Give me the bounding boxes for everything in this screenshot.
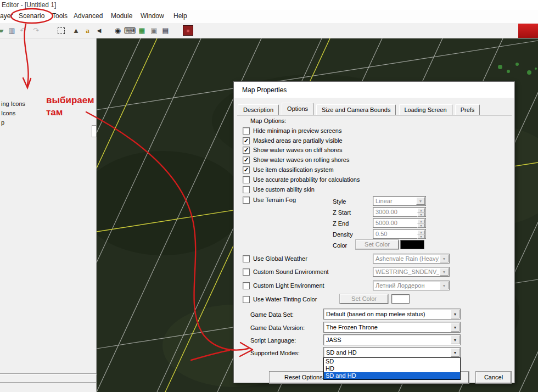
checkbox-row: Use Water Tinting Color — [243, 295, 317, 303]
fog-style-label: Style — [333, 198, 346, 205]
chevron-down-icon: ▼ — [451, 323, 459, 332]
doodad-icon[interactable]: ◉ — [113, 25, 123, 36]
copy-icon[interactable]: ▥ — [7, 25, 17, 36]
game-data-set-label: Game Data Set: — [250, 311, 294, 318]
redo-icon[interactable]: ↷ — [31, 25, 41, 36]
menu-tools[interactable]: Tools — [52, 12, 68, 20]
spinner-buttons[interactable]: ▲▼ — [417, 208, 425, 216]
game-data-version-select[interactable]: The Frozen Throne ▼ — [323, 322, 461, 333]
chevron-down-icon: ▼ — [440, 255, 449, 262]
select-marquee-icon[interactable] — [56, 25, 66, 36]
window-title: Editor - [Untitled 1] — [2, 1, 56, 9]
checkbox[interactable]: ✓ — [243, 166, 250, 173]
tab-size-camera[interactable]: Size and Camera Bounds — [316, 104, 396, 115]
cancel-button[interactable]: Cancel — [476, 372, 511, 383]
keyboard-icon[interactable]: ⌨ — [125, 25, 135, 36]
annotation-text: выбираем там — [46, 94, 94, 119]
tab-options[interactable]: Options — [282, 103, 313, 115]
checkbox[interactable] — [243, 296, 250, 303]
grid-icon[interactable]: ▦ — [137, 25, 147, 36]
unit-icon[interactable]: ▣ — [149, 25, 159, 36]
test-map-icon[interactable]: ■ — [183, 25, 193, 36]
spinner-buttons[interactable]: ▲▼ — [417, 219, 425, 227]
menu-help[interactable]: Help — [173, 12, 187, 20]
fog-zstart-input[interactable]: 3000.00 ▲▼ — [373, 207, 426, 217]
panel-item[interactable]: p — [1, 119, 4, 126]
game-data-set-select[interactable]: Default (based on map melee status) ▼ — [323, 309, 461, 320]
panel-item[interactable]: ing Icons — [1, 100, 25, 107]
sound-icon[interactable]: ◄ — [94, 25, 104, 36]
menu-module[interactable]: Module — [111, 12, 132, 20]
sound-environment-select[interactable]: WESTRING_SNDENV_DEFAI ▼ — [373, 267, 450, 277]
fog-density-input[interactable]: 0.50 ▲▼ — [373, 229, 426, 239]
panel-divider — [0, 382, 97, 383]
dropdown-option-sd[interactable]: SD — [324, 358, 460, 365]
panel-divider — [0, 373, 97, 374]
checkbox-row: Use Global Weather — [243, 255, 307, 262]
partial-icon[interactable]: ▰ — [0, 25, 6, 36]
checkbox-row: Use accurate probability for calculation… — [243, 176, 360, 183]
checkbox-row: ✓ Show water waves on rolling shores — [243, 156, 349, 164]
checkbox-row: ✓ Use item classification system — [243, 166, 334, 173]
tab-loading-screen[interactable]: Loading Screen — [399, 104, 452, 115]
fog-style-select[interactable]: Linear ▼ — [373, 196, 426, 206]
tab-prefs[interactable]: Prefs — [455, 104, 480, 115]
checkbox[interactable] — [243, 255, 250, 262]
menu-layer[interactable]: ayer — [0, 12, 13, 20]
left-panel: ing Icons Icons p — [0, 38, 97, 392]
fog-zstart-label: Z Start — [333, 209, 351, 216]
checkbox[interactable] — [243, 127, 250, 135]
water-set-color-button[interactable]: Set Color — [340, 294, 388, 304]
chevron-down-icon: ▼ — [440, 282, 449, 289]
checkbox[interactable] — [243, 186, 250, 193]
checkbox[interactable] — [243, 176, 250, 183]
section-label: Map Options: — [250, 117, 286, 124]
fog-zend-input[interactable]: 5000.00 ▲▼ — [373, 218, 426, 228]
map-properties-dialog: Map Properties Description Options Size … — [233, 81, 515, 383]
dropdown-option-sd-and-hd[interactable]: SD and HD — [324, 372, 460, 379]
dropdown-option-hd[interactable]: HD — [324, 365, 460, 372]
menu-scenario[interactable]: Scenario — [19, 12, 44, 20]
script-language-select[interactable]: JASS ▼ — [323, 334, 461, 345]
fog-zend-label: Z End — [333, 220, 349, 227]
checkbox-row: ✓ Show water waves on cliff shores — [243, 146, 342, 154]
export-icon[interactable]: ▤ — [160, 25, 171, 36]
tab-description[interactable]: Description — [238, 104, 279, 115]
panel-scroll-handle[interactable] — [92, 125, 97, 137]
red-strip — [518, 24, 538, 38]
game-data-version-label: Game Data Version: — [250, 324, 305, 331]
chevron-down-icon: ▼ — [451, 335, 459, 344]
fog-color-swatch — [400, 240, 424, 249]
checkbox-row: Custom Sound Environment — [243, 268, 329, 276]
checkbox[interactable] — [243, 197, 250, 204]
supported-modes-select[interactable]: SD and HD ▼ — [323, 347, 461, 358]
checkbox[interactable]: ✓ — [243, 137, 250, 144]
fog-set-color-button[interactable]: Set Color — [356, 240, 399, 249]
toolbar: ▰ ▥ ↶ ↷ ▲ a ◄ ◉ ⌨ ▦ ▣ ▤ ■ — [0, 23, 538, 38]
checkbox[interactable] — [243, 268, 250, 276]
menu-window[interactable]: Window — [141, 12, 164, 20]
menu-bar: ayer Scenario Tools Advanced Module Wind… — [0, 10, 538, 23]
menu-advanced[interactable]: Advanced — [74, 12, 103, 20]
checkbox[interactable]: ✓ — [243, 147, 250, 154]
chevron-down-icon: ▼ — [451, 310, 459, 318]
checkbox[interactable]: ✓ — [243, 156, 250, 164]
script-language-label: Script Language: — [250, 337, 296, 344]
checkbox-row: Custom Light Environment — [243, 282, 324, 289]
chevron-down-icon: ▼ — [451, 348, 459, 357]
water-color-swatch — [391, 294, 410, 304]
texture-icon[interactable]: a — [82, 25, 93, 36]
undo-icon[interactable]: ↶ — [18, 25, 28, 36]
dialog-titlebar[interactable]: Map Properties — [234, 82, 514, 98]
chevron-down-icon: ▼ — [440, 268, 449, 276]
window-titlebar[interactable]: Editor - [Untitled 1] — [0, 0, 538, 10]
chevron-down-icon: ▼ — [416, 197, 425, 205]
checkbox[interactable] — [243, 282, 250, 289]
checkbox-row: ✓ Masked areas are partially visible — [243, 137, 343, 144]
global-weather-select[interactable]: Ashenvale Rain (Heavy) ▼ — [373, 254, 450, 264]
light-environment-select[interactable]: Летний Лордерон ▼ — [373, 281, 450, 290]
panel-item[interactable]: Icons — [1, 110, 15, 116]
terrain-icon[interactable]: ▲ — [71, 25, 81, 36]
spinner-buttons[interactable]: ▲▼ — [417, 230, 425, 238]
checkbox-row: Use custom ability skin — [243, 186, 315, 193]
